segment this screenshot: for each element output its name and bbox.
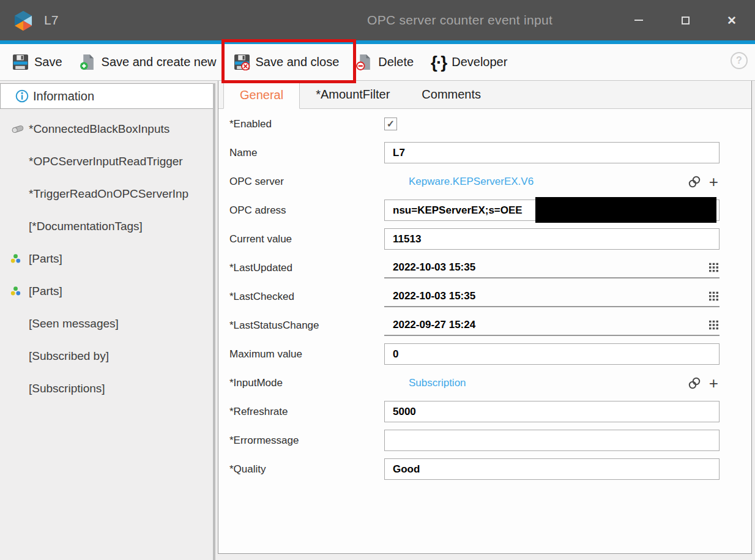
main-panel: General *AmountFilter Comments *Enabled …	[218, 81, 752, 554]
name-input[interactable]	[384, 142, 720, 163]
tab-bar: General *AmountFilter Comments	[218, 81, 751, 109]
tab-label: General	[240, 88, 283, 102]
lastupdated-label: *LastUpdated	[229, 262, 384, 274]
sidebar-item-label: *ConnectedBlackBoxInputs	[29, 122, 169, 136]
sidebar-item-label: *TriggerReadOnOPCServerInp	[29, 187, 188, 201]
tab-comments[interactable]: Comments	[406, 81, 497, 108]
laststatuschange-field[interactable]: 2022-09-27 15:24	[384, 315, 720, 336]
opc-server-link[interactable]: Kepware.KEPServerEX.V6	[409, 176, 534, 188]
sidebar-item-subscriptions[interactable]: [Subscriptions]	[0, 372, 213, 405]
app-logo-icon	[12, 9, 34, 32]
form-row-errormessage: *Errormessage	[229, 426, 720, 455]
sidebar-header-information[interactable]: Information	[0, 83, 215, 109]
tab-general[interactable]: General	[223, 81, 300, 109]
add-icon[interactable]: +	[709, 174, 718, 190]
parts-icon	[10, 286, 21, 296]
save-and-close-label: Save and close	[256, 55, 340, 69]
save-and-create-new-label: Save and create new	[102, 55, 217, 69]
sidebar-item-documentationtags[interactable]: [*DocumentationTags]	[0, 210, 213, 242]
link-icon[interactable]	[687, 174, 702, 189]
save-close-icon	[234, 54, 250, 70]
maximum-value-input[interactable]	[384, 343, 720, 365]
developer-icon: {·}	[431, 54, 446, 71]
sidebar-item-seen-messages[interactable]: [Seen messages]	[0, 307, 213, 340]
question-mark-icon: ?	[736, 55, 742, 66]
form-row-refreshrate: *Refreshrate	[229, 397, 720, 426]
laststatuschange-label: *LastStatusChange	[229, 319, 384, 332]
maximize-button[interactable]	[662, 0, 709, 40]
enabled-checkbox[interactable]: ✓	[384, 118, 397, 130]
add-icon[interactable]: +	[709, 375, 718, 391]
delete-label: Delete	[378, 55, 414, 69]
enabled-label: *Enabled	[229, 118, 384, 130]
window-controls: ✕	[616, 0, 755, 40]
lastupdated-value: 2022-10-03 15:35	[393, 261, 475, 274]
refreshrate-input[interactable]	[384, 401, 720, 422]
save-label: Save	[34, 55, 62, 69]
close-icon: ✕	[727, 15, 737, 26]
form-row-laststatuschange: *LastStatusChange 2022-09-27 15:24	[229, 311, 720, 340]
sidebar-item-connectedblackboxinputs[interactable]: *ConnectedBlackBoxInputs	[0, 113, 213, 145]
toolbar: Save Save and create new Save and close	[0, 44, 755, 81]
form-row-quality: *Quality	[229, 455, 720, 483]
inputmode-label: *InputMode	[229, 377, 384, 389]
sidebar-item-opcserverinputreadtrigger[interactable]: *OPCServerInputReadTrigger	[0, 145, 213, 177]
current-value-input[interactable]	[384, 228, 720, 250]
lastupdated-field[interactable]: 2022-10-03 15:35	[384, 257, 720, 278]
sidebar-item-label: [*DocumentationTags]	[29, 220, 143, 233]
window-title: OPC server counter event input	[367, 0, 552, 40]
sidebar-item-parts-1[interactable]: [Parts]	[0, 242, 213, 275]
save-icon	[12, 54, 29, 70]
maximum-value-label: Maximum value	[229, 348, 384, 360]
save-button[interactable]: Save	[4, 47, 71, 78]
errormessage-label: *Errormessage	[229, 435, 384, 447]
developer-button[interactable]: {·} Developer	[422, 47, 516, 78]
minimize-button[interactable]	[616, 0, 662, 40]
save-create-new-icon	[80, 54, 96, 70]
name-label: Name	[229, 147, 384, 159]
date-picker-icon[interactable]	[709, 263, 718, 272]
sidebar-item-list: *ConnectedBlackBoxInputs *OPCServerInput…	[0, 113, 213, 405]
checkmark-icon: ✓	[387, 118, 395, 130]
link-icon[interactable]	[687, 376, 702, 390]
tab-label: *AmountFilter	[316, 88, 390, 102]
close-button[interactable]: ✕	[709, 0, 755, 40]
form-row-lastupdated: *LastUpdated 2022-10-03 15:35	[229, 253, 720, 282]
sidebar-item-label: [Subscribed by]	[29, 349, 109, 363]
opc-server-label: OPC server	[229, 176, 384, 188]
errormessage-input[interactable]	[384, 430, 720, 451]
sidebar: Information *ConnectedBlackBoxInputs *OP…	[0, 81, 215, 560]
current-value-label: Current value	[229, 233, 384, 245]
titlebar: L7 OPC server counter event input ✕	[0, 0, 755, 40]
form-row-maximum-value: Maximum value	[229, 340, 720, 368]
sidebar-header-label: Information	[33, 89, 94, 103]
sidebar-item-label: *OPCServerInputReadTrigger	[29, 155, 183, 168]
quality-input[interactable]	[384, 458, 720, 480]
form-row-inputmode: *InputMode Subscription +	[229, 368, 720, 397]
developer-label: Developer	[452, 55, 507, 69]
date-picker-icon[interactable]	[709, 320, 718, 329]
tab-label: Comments	[422, 88, 481, 102]
save-and-close-button[interactable]: Save and close	[225, 47, 348, 78]
info-icon	[15, 89, 29, 103]
minimize-icon	[634, 20, 643, 21]
form-row-lastchecked: *LastChecked 2022-10-03 15:35	[229, 282, 720, 311]
tab-amountfilter[interactable]: *AmountFilter	[300, 81, 406, 108]
delete-icon	[356, 54, 373, 70]
sidebar-item-label: [Seen messages]	[29, 317, 119, 330]
sidebar-item-triggerreadonopcserverinp[interactable]: *TriggerReadOnOPCServerInp	[0, 177, 213, 210]
inputmode-link[interactable]: Subscription	[409, 377, 466, 389]
sidebar-item-label: [Subscriptions]	[29, 382, 105, 395]
delete-button[interactable]: Delete	[348, 47, 422, 78]
sidebar-item-parts-2[interactable]: [Parts]	[0, 275, 213, 307]
quality-label: *Quality	[229, 463, 384, 476]
date-picker-icon[interactable]	[709, 291, 718, 301]
lastchecked-field[interactable]: 2022-10-03 15:35	[384, 286, 720, 307]
help-button[interactable]: ?	[731, 52, 748, 69]
record-title: L7	[44, 0, 58, 40]
save-and-create-new-button[interactable]: Save and create new	[71, 47, 225, 78]
sidebar-item-label: [Parts]	[29, 252, 62, 266]
sidebar-item-subscribed-by[interactable]: [Subscribed by]	[0, 340, 213, 372]
redaction-overlay	[535, 197, 716, 223]
sidebar-scrollbar[interactable]	[213, 83, 215, 560]
